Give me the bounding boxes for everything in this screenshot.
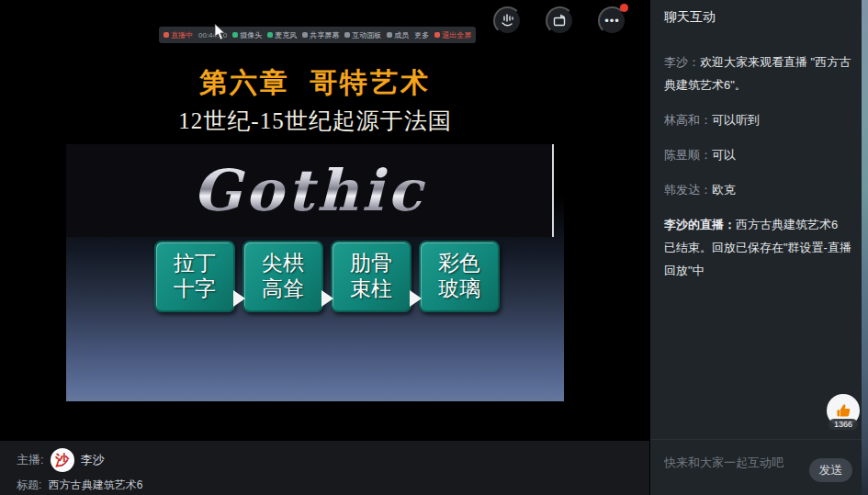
- rotate-screen-button[interactable]: [546, 6, 574, 35]
- voice-wave-icon: [500, 13, 515, 28]
- toolbar-item-share-screen[interactable]: 共享屏幕: [302, 30, 339, 40]
- chat-message: 李沙：欢迎大家来观看直播 "西方古典建筑艺术6"。: [664, 51, 851, 96]
- host-name: 李沙: [81, 452, 105, 468]
- chat-message-list: 李沙：欢迎大家来观看直播 "西方古典建筑艺术6"。 林高和：可以听到 陈昱顺：可…: [664, 51, 851, 294]
- notification-dot: [620, 4, 628, 12]
- flow-diagram: 拉丁 十字 尖栱 高耸 肋骨 束柱 彩色 玻璃: [154, 241, 500, 312]
- flow-arrow-icon: [410, 290, 422, 307]
- slide-title: 第六章 哥特艺术: [66, 64, 564, 102]
- host-avatar: 沙: [51, 448, 74, 472]
- rotate-screen-icon: [552, 13, 568, 28]
- toolbar-item-microphone[interactable]: 麦克风: [267, 30, 297, 40]
- chat-panel: 聊天互动 李沙：欢迎大家来观看直播 "西方古典建筑艺术6"。 林高和：可以听到 …: [649, 0, 862, 495]
- like-count-badge: 1366: [829, 419, 858, 430]
- flow-box-stained-glass: 彩色 玻璃: [419, 241, 500, 312]
- flow-box-pointed-arch: 尖栱 高耸: [242, 241, 323, 312]
- thumbs-up-icon: [835, 402, 852, 420]
- interaction-panel-icon: [344, 32, 350, 38]
- flow-arrow-icon: [321, 290, 333, 307]
- chat-message: 林高和：可以听到: [664, 108, 851, 131]
- video-area: 直播中 00:44:10 摄像头 麦克风 共享屏幕 互动面板: [0, 0, 649, 441]
- flow-box-rib-column: 肋骨 束柱: [331, 241, 411, 312]
- chat-input[interactable]: [664, 451, 802, 473]
- live-status-label: 直播中: [171, 30, 193, 40]
- gothic-banner-image: Gothic: [66, 144, 554, 237]
- share-screen-icon: [302, 32, 308, 38]
- chat-input-area: 发送: [650, 439, 862, 495]
- toolbar-item-interaction-panel[interactable]: 互动面板: [344, 30, 381, 40]
- toolbar-item-members[interactable]: 成员: [387, 30, 409, 40]
- live-stream-window: 直播中 00:44:10 摄像头 麦克风 共享屏幕 互动面板: [0, 0, 868, 495]
- gothic-banner-text: Gothic: [193, 157, 425, 224]
- toolbar-item-exit-fullscreen[interactable]: 退出全屏: [434, 30, 471, 40]
- flow-box-latin-cross: 拉丁 十字: [154, 241, 235, 312]
- camera-icon: [232, 32, 238, 38]
- chat-message: 陈昱顺：可以: [664, 143, 851, 166]
- chat-panel-title: 聊天互动: [664, 9, 716, 26]
- toolbar-item-camera[interactable]: 摄像头: [232, 30, 262, 40]
- chat-system-message: 李沙的直播：西方古典建筑艺术6 已结束。回放已保存在"群设置-直播回放"中: [664, 213, 851, 282]
- flow-arrow-icon: [233, 290, 245, 307]
- send-button[interactable]: 发送: [809, 458, 852, 482]
- host-info-bar: 主播: 沙 李沙 标题: 西方古典建筑艺术6: [0, 441, 649, 495]
- chat-message: 韩发达：欧克: [664, 178, 851, 201]
- live-signal-icon: [163, 32, 169, 38]
- host-label: 主播:: [17, 452, 44, 468]
- voice-interaction-button[interactable]: [493, 6, 522, 35]
- toolbar-item-more[interactable]: 更多: [414, 30, 429, 40]
- stream-title-label: 标题:: [17, 478, 41, 491]
- slide-subtitle: 12世纪-15世纪起源于法国: [66, 106, 564, 136]
- avatar-seal-glyph: 沙: [55, 452, 69, 469]
- mouse-cursor: [214, 23, 227, 41]
- exit-fullscreen-icon: [434, 32, 440, 38]
- members-icon: [387, 32, 392, 38]
- stream-title-value: 西方古典建筑艺术6: [49, 478, 143, 491]
- stream-title-row: 标题: 西方古典建筑艺术6: [17, 478, 142, 493]
- presenter-toolbar: 直播中 00:44:10 摄像头 麦克风 共享屏幕 互动面板: [159, 27, 476, 43]
- presentation-slide: 第六章 哥特艺术 12世纪-15世纪起源于法国 Gothic 拉丁 十字 尖栱 …: [66, 46, 564, 401]
- screen-edge-strip: [862, 0, 868, 495]
- live-status-badge: 直播中: [163, 30, 193, 40]
- more-dots-icon: •••: [604, 6, 620, 35]
- microphone-icon: [267, 32, 273, 38]
